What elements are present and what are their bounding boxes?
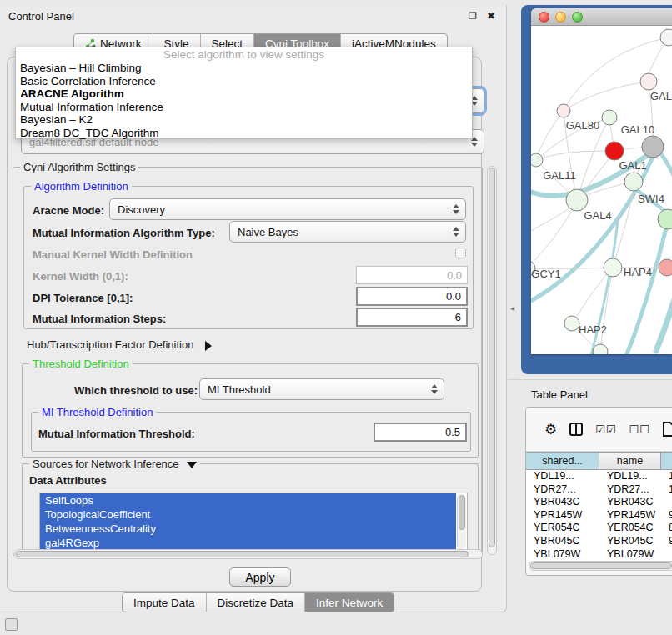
network-node[interactable]	[605, 142, 624, 160]
minimize-window-icon[interactable]	[555, 12, 566, 22]
column-header-shared[interactable]: shared...	[526, 452, 599, 470]
tab-infer-network[interactable]: Infer Network	[305, 593, 394, 612]
zoom-window-icon[interactable]	[572, 12, 583, 22]
kernel-width-label: Kernel Width (0,1):	[33, 270, 128, 282]
table-row[interactable]: YDL19...YDL19...13	[526, 470, 672, 483]
mi-steps-field[interactable]: 6	[356, 308, 468, 327]
deselect-all-icon[interactable]: ☐☐	[629, 423, 650, 436]
table-cell: YPR145W	[599, 509, 661, 522]
dropdown-option[interactable]: Bayesian – K2	[16, 113, 472, 127]
mi-threshold-field[interactable]: 0.5	[374, 422, 467, 442]
dpi-tolerance-value: 0.0	[446, 290, 461, 302]
network-edge	[536, 151, 613, 160]
close-window-icon[interactable]	[539, 12, 549, 22]
panel-vscrollbar[interactable]	[487, 166, 497, 555]
network-node-gal1[interactable]	[624, 172, 643, 191]
kernel-width-value: 0.0	[447, 269, 462, 282]
dropdown-option[interactable]: Mutual Information Inference	[16, 101, 472, 114]
node-label: GAL10	[621, 123, 654, 136]
network-edge	[564, 82, 649, 111]
settings-group-title: Cyni Algorithm Settings	[20, 161, 138, 173]
apply-button[interactable]: Apply	[229, 568, 291, 587]
attribute-list-item[interactable]: BetweennessCentrality	[40, 522, 456, 536]
settings-gear-icon[interactable]: ⚙	[544, 422, 557, 437]
combo-stepper-icon	[431, 384, 438, 394]
aracne-mode-label: Aracne Mode:	[33, 204, 104, 217]
table-panel-title: Table Panel	[531, 388, 588, 401]
table-row[interactable]: YPR145WYPR145W9.	[526, 509, 672, 522]
network-edge	[574, 268, 613, 322]
mi-steps-value: 6	[455, 311, 461, 323]
table-cell: YER054C	[526, 522, 599, 535]
select-all-icon[interactable]: ☑☑	[595, 423, 616, 436]
dropdown-option[interactable]: ARACNE Algorithm	[16, 88, 472, 101]
network-node-hap4[interactable]	[604, 258, 622, 277]
mi-type-combo[interactable]: Naive Bayes	[229, 221, 466, 242]
network-node-y[interactable]	[659, 259, 672, 276]
network-canvas[interactable]: GALGAL80GAL10GAL1GAL11GAL4SWI4GCY1HAP4YH…	[531, 26, 672, 354]
dpi-tolerance-field[interactable]: 0.0	[356, 287, 468, 306]
document-icon[interactable]	[663, 422, 672, 437]
table-hscrollbar[interactable]	[529, 561, 672, 571]
network-node-gal10[interactable]	[602, 110, 617, 125]
attribute-list-item[interactable]: gal4RGexp	[40, 536, 456, 550]
sources-title-toggle[interactable]: Sources for Network Inference	[29, 458, 200, 470]
table-row[interactable]: YDR27...YDR27...12	[526, 483, 672, 497]
table-cell	[661, 548, 672, 562]
dropdown-option[interactable]: Dream8 DC_TDC Algorithm	[16, 127, 472, 140]
manual-kernel-checkbox[interactable]	[455, 248, 466, 258]
network-node-swi4[interactable]	[658, 209, 672, 229]
column-header[interactable]	[661, 452, 672, 470]
column-header-name[interactable]: name	[599, 452, 661, 470]
table-cell: 13	[661, 470, 672, 483]
close-panel-icon[interactable]: ✖	[484, 10, 498, 22]
network-node[interactable]	[642, 136, 664, 158]
dropdown-option[interactable]: Basic Correlation Inference	[16, 75, 472, 88]
sources-title: Sources for Network Inference	[33, 458, 179, 470]
table-cell: 12	[661, 483, 672, 497]
network-node-gal80[interactable]	[557, 104, 570, 118]
network-node-gal11[interactable]	[531, 153, 543, 167]
network-node[interactable]	[593, 344, 608, 354]
node-label: SWI4	[638, 192, 664, 205]
control-panel-titlebar: Control Panel ❐ ✖	[0, 5, 506, 27]
table-row[interactable]: YBL079WYBL079W	[526, 548, 672, 562]
control-panel-title: Control Panel	[8, 10, 74, 22]
data-attributes-list[interactable]: SelfLoopsTopologicalCoefficientBetweenne…	[39, 492, 468, 551]
combo-stepper-icon	[453, 227, 459, 237]
attribute-list-item[interactable]: SelfLoops	[40, 493, 456, 508]
table-row[interactable]: YBR045CYBR045C9.	[526, 535, 672, 548]
dropdown-option[interactable]: Bayesian – Hill Climbing	[16, 62, 472, 75]
mi-type-label: Mutual Information Algorithm Type:	[33, 227, 215, 239]
aracne-mode-value: Discovery	[118, 203, 165, 216]
settings-hscrollbar[interactable]	[14, 549, 483, 559]
manual-kernel-label: Manual Kernel Width Definition	[33, 248, 193, 261]
expand-arrow-icon	[205, 341, 212, 351]
table-row[interactable]: YER054CYER054C8.	[526, 522, 672, 535]
table-row[interactable]: YBR043CYBR043C	[526, 496, 672, 509]
which-threshold-combo[interactable]: MI Threshold	[199, 378, 444, 400]
table-cell: YBR045C	[526, 535, 599, 548]
aracne-mode-combo[interactable]: Discovery	[109, 198, 466, 220]
column-selector-icon[interactable]	[569, 422, 583, 436]
attribute-list-item[interactable]: TopologicalCoefficient	[40, 508, 456, 522]
attributes-scrollbar[interactable]	[457, 494, 466, 549]
network-node[interactable]	[660, 29, 672, 46]
tab-discretize-data[interactable]: Discretize Data	[207, 593, 306, 612]
network-node-gal4[interactable]	[566, 189, 588, 211]
table-cell: 9.	[661, 509, 672, 522]
threshold-definition-group: Threshold Definition Which threshold to …	[22, 363, 479, 458]
network-node-gal[interactable]	[640, 73, 657, 90]
node-label: GAL	[650, 90, 672, 102]
table-rows: YDL19...YDL19...13YDR27...YDR27...12YBR0…	[526, 470, 672, 562]
network-edge	[658, 149, 672, 197]
kernel-width-field[interactable]: 0.0	[356, 266, 468, 284]
hub-definition-toggle[interactable]: Hub/Transcription Factor Definition	[27, 338, 212, 351]
collapse-arrow-icon	[187, 462, 197, 468]
splitter-collapse-icon[interactable]: ◂	[510, 303, 514, 312]
float-panel-icon[interactable]: ❐	[466, 11, 479, 22]
network-node-hap2[interactable]	[564, 316, 579, 331]
tab-impute-data[interactable]: Impute Data	[123, 593, 207, 612]
minimized-panel-icon[interactable]	[5, 618, 18, 631]
mi-threshold-value: 0.5	[445, 426, 460, 438]
